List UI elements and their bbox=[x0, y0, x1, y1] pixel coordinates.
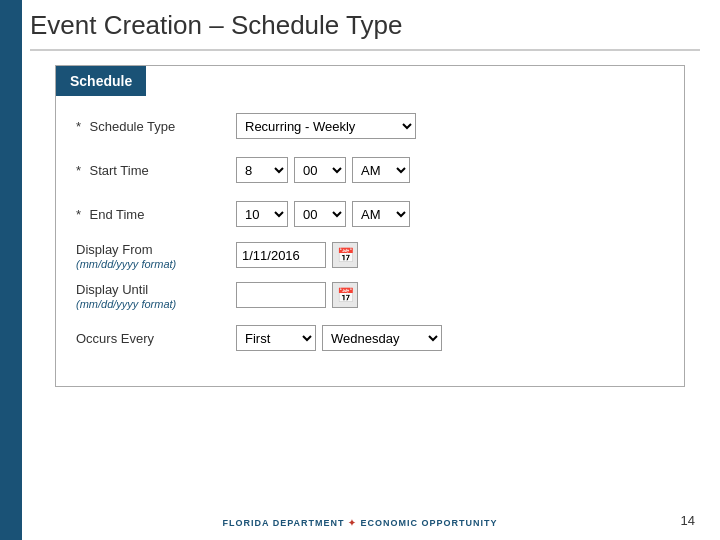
page-title: Event Creation – Schedule Type bbox=[30, 10, 700, 51]
schedule-type-select[interactable]: One Time Recurring - Daily Recurring - W… bbox=[236, 113, 416, 139]
start-time-row: * Start Time 1234 5678 9101112 00153045 … bbox=[76, 154, 664, 186]
schedule-type-label: Schedule Type bbox=[90, 119, 176, 134]
display-until-input-col: 📅 bbox=[236, 282, 358, 308]
end-time-input-col: 1234 5678 9101112 00153045 AMPM bbox=[236, 201, 410, 227]
display-until-input[interactable] bbox=[236, 282, 326, 308]
schedule-type-row: * Schedule Type One Time Recurring - Dai… bbox=[76, 110, 664, 142]
display-from-label: Display From bbox=[76, 242, 236, 257]
footer-sep: ✦ bbox=[348, 518, 357, 528]
schedule-body: * Schedule Type One Time Recurring - Dai… bbox=[56, 96, 684, 386]
display-until-row: Display Until (mm/dd/yyyy format) 📅 bbox=[76, 282, 664, 314]
display-until-calendar-icon[interactable]: 📅 bbox=[332, 282, 358, 308]
occurs-every-input-col: First Second Third Fourth Last Sunday Mo… bbox=[236, 325, 442, 351]
start-ampm-select[interactable]: AMPM bbox=[352, 157, 410, 183]
content-area: Schedule * Schedule Type One Time Recurr… bbox=[55, 65, 685, 480]
required-star-3: * bbox=[76, 207, 81, 222]
page-header: Event Creation – Schedule Type bbox=[30, 10, 700, 51]
display-from-input-col: 📅 bbox=[236, 242, 358, 268]
required-star-1: * bbox=[76, 119, 81, 134]
footer-logo: FLORIDA DEPARTMENT ✦ ECONOMIC OPPORTUNIT… bbox=[222, 518, 497, 528]
page-number: 14 bbox=[681, 513, 695, 528]
schedule-type-input-col: One Time Recurring - Daily Recurring - W… bbox=[236, 113, 416, 139]
end-time-label-col: * End Time bbox=[76, 205, 236, 223]
start-minute-select[interactable]: 00153045 bbox=[294, 157, 346, 183]
occurs-every-row: Occurs Every First Second Third Fourth L… bbox=[76, 322, 664, 354]
required-star-2: * bbox=[76, 163, 81, 178]
start-time-label-col: * Start Time bbox=[76, 161, 236, 179]
start-hour-select[interactable]: 1234 5678 9101112 bbox=[236, 157, 288, 183]
end-hour-select[interactable]: 1234 5678 9101112 bbox=[236, 201, 288, 227]
end-minute-select[interactable]: 00153045 bbox=[294, 201, 346, 227]
occurs-every-label: Occurs Every bbox=[76, 331, 154, 346]
occurs-every-day-select[interactable]: Sunday Monday Tuesday Wednesday Thursday… bbox=[322, 325, 442, 351]
display-until-sublabel: (mm/dd/yyyy format) bbox=[76, 298, 236, 310]
end-time-row: * End Time 1234 5678 9101112 00153045 AM… bbox=[76, 198, 664, 230]
left-accent-bar bbox=[0, 0, 22, 540]
display-from-input[interactable] bbox=[236, 242, 326, 268]
start-time-label: Start Time bbox=[90, 163, 149, 178]
schedule-type-label-col: * Schedule Type bbox=[76, 117, 236, 135]
display-until-label: Display Until bbox=[76, 282, 236, 297]
display-from-sublabel: (mm/dd/yyyy format) bbox=[76, 258, 236, 270]
end-ampm-select[interactable]: AMPM bbox=[352, 201, 410, 227]
display-from-row: Display From (mm/dd/yyyy format) 📅 bbox=[76, 242, 664, 274]
display-until-label-col: Display Until (mm/dd/yyyy format) bbox=[76, 282, 236, 310]
footer: FLORIDA DEPARTMENT ✦ ECONOMIC OPPORTUNIT… bbox=[0, 518, 720, 528]
occurs-every-occurrence-select[interactable]: First Second Third Fourth Last bbox=[236, 325, 316, 351]
schedule-header: Schedule bbox=[56, 66, 146, 96]
display-from-label-col: Display From (mm/dd/yyyy format) bbox=[76, 242, 236, 270]
end-time-label: End Time bbox=[90, 207, 145, 222]
schedule-box: Schedule * Schedule Type One Time Recurr… bbox=[55, 65, 685, 387]
display-from-calendar-icon[interactable]: 📅 bbox=[332, 242, 358, 268]
start-time-input-col: 1234 5678 9101112 00153045 AMPM bbox=[236, 157, 410, 183]
occurs-every-label-col: Occurs Every bbox=[76, 329, 236, 347]
